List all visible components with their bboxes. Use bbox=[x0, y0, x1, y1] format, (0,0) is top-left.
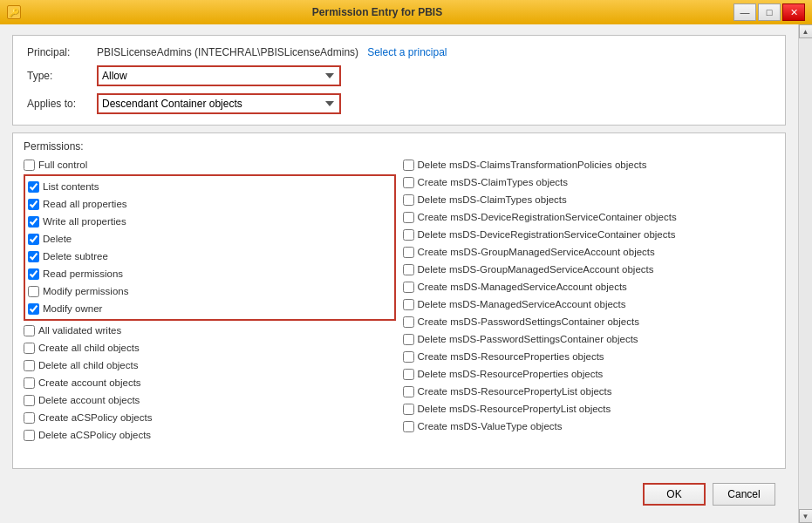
rperm-delete-resource-proplist-checkbox[interactable] bbox=[403, 404, 414, 415]
rperm-delete-resource-proplist-label[interactable]: Delete msDS-ResourcePropertyList objects bbox=[418, 404, 611, 414]
rperm-create-valuetype-label[interactable]: Create msDS-ValueType objects bbox=[418, 421, 563, 431]
principal-value: PBISLicenseAdmins (INTECHRAL\PBISLicense… bbox=[97, 46, 358, 58]
perm-delete-subtree-label[interactable]: Delete subtree bbox=[43, 251, 108, 262]
perm-create-account-checkbox[interactable] bbox=[24, 377, 35, 389]
perm-list-contents: List contents bbox=[28, 178, 392, 195]
rperm-delete-claimstransformation-checkbox[interactable] bbox=[403, 160, 414, 171]
window-controls: — □ ✕ bbox=[734, 3, 805, 21]
perm-full-control-checkbox[interactable] bbox=[24, 160, 35, 171]
perm-create-account-label[interactable]: Create account objects bbox=[38, 377, 141, 388]
type-select[interactable]: Allow Deny bbox=[97, 65, 341, 86]
rperm-create-resource-proplist-label[interactable]: Create msDS-ResourcePropertyList objects bbox=[418, 386, 612, 397]
rperm-create-pwdsettings-container: Create msDS-PasswordSettingsContainer ob… bbox=[403, 313, 775, 330]
rperm-create-resource-proplist-checkbox[interactable] bbox=[403, 386, 414, 397]
rperm-delete-claimtypes-checkbox[interactable] bbox=[403, 194, 414, 206]
perm-create-all-child-label[interactable]: Create all child objects bbox=[38, 343, 140, 353]
rperm-create-claimtypes-label[interactable]: Create msDS-ClaimTypes objects bbox=[418, 177, 569, 187]
scrollbar: ▲ ▼ bbox=[798, 24, 812, 523]
perm-delete-acspolicy-checkbox[interactable] bbox=[24, 430, 35, 441]
perm-write-all-props-label[interactable]: Write all properties bbox=[43, 216, 126, 227]
perm-delete-acspolicy: Delete aCSPolicy objects bbox=[24, 426, 396, 444]
perm-modify-owner-label[interactable]: Modify owner bbox=[43, 303, 102, 314]
type-row: Type: Allow Deny bbox=[27, 65, 771, 86]
rperm-delete-resource-props-label[interactable]: Delete msDS-ResourceProperties objects bbox=[418, 369, 604, 379]
perm-modify-permissions-label[interactable]: Modify permissions bbox=[43, 286, 128, 296]
rperm-delete-groupmsa-checkbox[interactable] bbox=[403, 264, 414, 275]
scroll-down-button[interactable]: ▼ bbox=[799, 509, 813, 523]
permissions-grid: Full control List contents Read all prop… bbox=[13, 156, 785, 468]
rperm-delete-pwdsettings-container-checkbox[interactable] bbox=[403, 334, 414, 345]
perm-delete-account-label[interactable]: Delete account objects bbox=[38, 395, 140, 405]
perm-create-all-child-checkbox[interactable] bbox=[24, 343, 35, 354]
rperm-create-groupmsa-label[interactable]: Create msDS-GroupManagedServiceAccount o… bbox=[418, 247, 655, 257]
rperm-create-pwdsettings-container-label[interactable]: Create msDS-PasswordSettingsContainer ob… bbox=[418, 316, 639, 327]
rperm-delete-devicereg-container: Delete msDS-DeviceRegistrationServiceCon… bbox=[403, 226, 775, 243]
perm-read-permissions: Read permissions bbox=[28, 265, 392, 282]
perm-all-validated-writes-checkbox[interactable] bbox=[24, 325, 35, 336]
perm-delete-account-checkbox[interactable] bbox=[24, 395, 35, 406]
main-panel: Principal: PBISLicenseAdmins (INTECHRAL\… bbox=[0, 24, 798, 523]
rperm-create-msa-checkbox[interactable] bbox=[403, 282, 414, 293]
perm-read-all-props-checkbox[interactable] bbox=[28, 199, 39, 210]
perm-modify-owner-checkbox[interactable] bbox=[28, 303, 39, 315]
perm-delete: Delete bbox=[28, 230, 392, 248]
type-label: Type: bbox=[27, 70, 97, 82]
perm-full-control-label[interactable]: Full control bbox=[38, 160, 87, 170]
rperm-delete-claimtypes-label[interactable]: Delete msDS-ClaimTypes objects bbox=[418, 194, 567, 205]
perm-list-contents-label[interactable]: List contents bbox=[43, 181, 99, 192]
perm-delete-all-child-checkbox[interactable] bbox=[24, 360, 35, 371]
minimize-button[interactable]: — bbox=[734, 3, 756, 21]
window-icon: 🔑 bbox=[7, 5, 21, 19]
perm-read-permissions-checkbox[interactable] bbox=[28, 268, 39, 280]
perm-read-all-props-label[interactable]: Read all properties bbox=[43, 199, 127, 209]
perm-delete-all-child-label[interactable]: Delete all child objects bbox=[38, 360, 138, 370]
rperm-create-devicereg-container-label[interactable]: Create msDS-DeviceRegistrationServiceCon… bbox=[418, 212, 677, 222]
rperm-create-claimtypes-checkbox[interactable] bbox=[403, 177, 414, 188]
rperm-delete-groupmsa-label[interactable]: Delete msDS-GroupManagedServiceAccount o… bbox=[418, 264, 654, 275]
rperm-delete-msa: Delete msDS-ManagedServiceAccount object… bbox=[403, 295, 775, 313]
perm-write-all-props-checkbox[interactable] bbox=[28, 216, 39, 228]
rperm-delete-pwdsettings-container-label[interactable]: Delete msDS-PasswordSettingsContainer ob… bbox=[418, 334, 638, 344]
principal-row: Principal: PBISLicenseAdmins (INTECHRAL\… bbox=[27, 46, 771, 58]
rperm-create-resource-props-label[interactable]: Create msDS-ResourceProperties objects bbox=[418, 351, 604, 362]
rperm-create-valuetype-checkbox[interactable] bbox=[403, 421, 414, 432]
perm-all-validated-writes: All validated writes bbox=[24, 322, 396, 339]
perm-delete-acspolicy-label[interactable]: Delete aCSPolicy objects bbox=[38, 430, 151, 440]
rperm-create-devicereg-container: Create msDS-DeviceRegistrationServiceCon… bbox=[403, 208, 775, 226]
rperm-delete-msa-label[interactable]: Delete msDS-ManagedServiceAccount object… bbox=[418, 299, 626, 309]
perm-list-contents-checkbox[interactable] bbox=[28, 181, 39, 193]
perm-create-all-child: Create all child objects bbox=[24, 339, 396, 357]
perm-create-acspolicy-label[interactable]: Create aCSPolicy objects bbox=[38, 412, 152, 423]
scroll-up-button[interactable]: ▲ bbox=[799, 24, 813, 38]
maximize-button[interactable]: □ bbox=[758, 3, 781, 21]
rperm-create-groupmsa-checkbox[interactable] bbox=[403, 247, 414, 258]
rperm-delete-resource-props-checkbox[interactable] bbox=[403, 369, 414, 380]
select-principal-link[interactable]: Select a principal bbox=[367, 46, 447, 58]
perm-all-validated-writes-label[interactable]: All validated writes bbox=[38, 325, 121, 336]
perm-delete-subtree-checkbox[interactable] bbox=[28, 251, 39, 262]
top-section: Principal: PBISLicenseAdmins (INTECHRAL\… bbox=[12, 35, 786, 126]
rperm-delete-devicereg-container-checkbox[interactable] bbox=[403, 229, 414, 241]
perm-delete-checkbox[interactable] bbox=[28, 234, 39, 245]
rperm-create-msa-label[interactable]: Create msDS-ManagedServiceAccount object… bbox=[418, 282, 627, 292]
perm-read-permissions-label[interactable]: Read permissions bbox=[43, 268, 123, 279]
applies-select[interactable]: Descendant Container objects This object… bbox=[97, 93, 341, 114]
close-button[interactable]: ✕ bbox=[782, 3, 805, 21]
rperm-delete-msa-checkbox[interactable] bbox=[403, 299, 414, 310]
perm-delete-label[interactable]: Delete bbox=[43, 234, 72, 244]
rperm-delete-claimstransformation-label[interactable]: Delete msDS-ClaimsTransformationPolicies… bbox=[418, 160, 647, 170]
perm-modify-permissions-checkbox[interactable] bbox=[28, 286, 39, 297]
rperm-delete-resource-props: Delete msDS-ResourceProperties objects bbox=[403, 365, 775, 383]
rperm-create-devicereg-container-checkbox[interactable] bbox=[403, 212, 414, 223]
rperm-create-resource-props: Create msDS-ResourceProperties objects bbox=[403, 348, 775, 365]
cancel-button[interactable]: Cancel bbox=[713, 483, 775, 506]
left-permissions-column: Full control List contents Read all prop… bbox=[24, 156, 403, 461]
rperm-create-pwdsettings-container-checkbox[interactable] bbox=[403, 316, 414, 328]
rperm-delete-devicereg-container-label[interactable]: Delete msDS-DeviceRegistrationServiceCon… bbox=[418, 229, 676, 240]
perm-create-acspolicy-checkbox[interactable] bbox=[24, 412, 35, 424]
ok-button[interactable]: OK bbox=[643, 483, 706, 506]
perm-delete-account: Delete account objects bbox=[24, 391, 396, 409]
perm-full-control: Full control bbox=[24, 156, 396, 173]
bottom-bar: OK Cancel bbox=[12, 476, 786, 513]
rperm-create-resource-props-checkbox[interactable] bbox=[403, 351, 414, 363]
